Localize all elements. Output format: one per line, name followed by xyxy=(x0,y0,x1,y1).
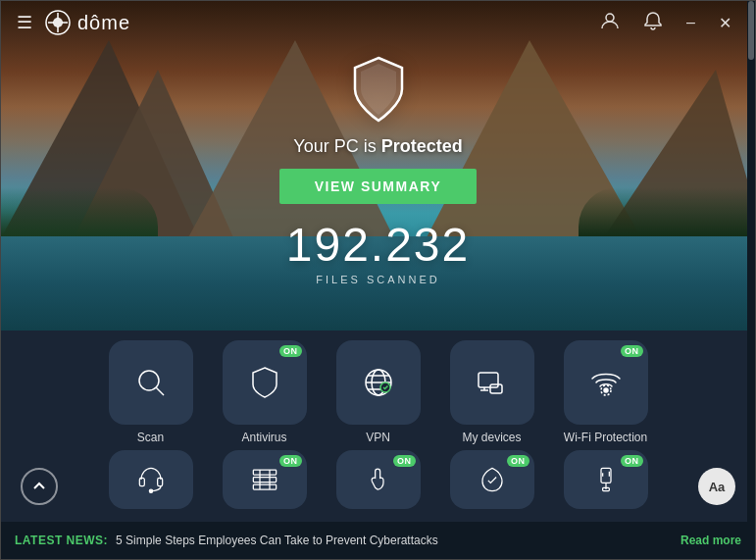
view-summary-button[interactable]: VIEW SUMMARY xyxy=(279,169,477,204)
privacy-button[interactable]: ON xyxy=(450,450,534,509)
usb-on-badge: ON xyxy=(621,455,643,467)
usb-item: ON xyxy=(553,450,659,509)
icons-row-1: Scan ON Antivirus xyxy=(13,331,743,444)
icons-area: Scan ON Antivirus xyxy=(1,331,755,522)
shield-icon xyxy=(349,56,408,123)
scan-label: Scan xyxy=(137,431,164,444)
scan-item: Scan xyxy=(98,340,204,444)
user-button[interactable] xyxy=(592,7,628,38)
antivirus-icon xyxy=(247,365,282,400)
latest-news-label: LATEST NEWS: xyxy=(15,534,108,547)
files-label: FILES SCANNED xyxy=(316,274,439,285)
read-more-link[interactable]: Read more xyxy=(680,534,741,547)
firewall-item: ON xyxy=(212,450,318,509)
files-count: 192.232 xyxy=(286,218,471,272)
font-size-button[interactable]: Aa xyxy=(698,468,735,505)
svg-rect-22 xyxy=(253,484,276,489)
usb-button[interactable]: ON xyxy=(564,450,648,509)
svg-rect-20 xyxy=(253,470,276,475)
svg-rect-17 xyxy=(139,478,144,485)
svg-rect-21 xyxy=(253,478,276,483)
app-logo: dôme xyxy=(44,9,130,36)
menu-icon[interactable]: ☰ xyxy=(17,12,32,33)
titlebar-left: ☰ dôme xyxy=(17,9,130,36)
app-title: dôme xyxy=(77,12,130,34)
scrollbar-thumb[interactable] xyxy=(748,1,754,60)
vpn-button[interactable] xyxy=(336,340,421,425)
vpn-label: VPN xyxy=(366,431,390,444)
wifi-protection-item: ON Wi-Fi Protection xyxy=(553,340,659,444)
privacy-on-badge: ON xyxy=(507,455,529,467)
wifi-on-badge: ON xyxy=(621,345,643,357)
svg-point-1 xyxy=(53,18,63,27)
scrollbar[interactable] xyxy=(747,1,755,559)
my-devices-item: My devices xyxy=(439,340,545,444)
gesture-icon xyxy=(364,465,393,494)
my-devices-button[interactable] xyxy=(450,340,534,425)
support-icon xyxy=(136,465,166,494)
svg-rect-18 xyxy=(157,478,162,485)
scroll-up-button[interactable] xyxy=(21,468,58,505)
vpn-item: VPN xyxy=(326,340,431,444)
news-text: 5 Simple Steps Employees Can Take to Pre… xyxy=(116,534,680,547)
close-button[interactable]: ✕ xyxy=(711,10,739,36)
svg-line-4 xyxy=(156,387,164,395)
privacy-item: ON xyxy=(439,450,545,509)
bell-button[interactable] xyxy=(635,7,671,38)
wifi-protection-button[interactable]: ON xyxy=(564,340,648,425)
wifi-protection-label: Wi-Fi Protection xyxy=(564,431,647,444)
gesture-button[interactable]: ON xyxy=(336,450,421,509)
scan-button[interactable] xyxy=(109,340,193,425)
svg-point-19 xyxy=(149,489,152,492)
bottom-bar: LATEST NEWS: 5 Simple Steps Employees Ca… xyxy=(1,522,755,559)
app-window: ☰ dôme xyxy=(0,0,756,560)
usb-icon xyxy=(591,465,621,494)
titlebar-right: – ✕ xyxy=(592,7,739,38)
icons-row-2: ON ON xyxy=(13,450,743,509)
support-button[interactable] xyxy=(109,450,193,509)
gesture-on-badge: ON xyxy=(393,455,416,467)
gesture-item: ON xyxy=(326,450,431,509)
shield-icon-wrap xyxy=(349,56,408,127)
wifi-protection-icon xyxy=(588,365,624,400)
antivirus-item: ON Antivirus xyxy=(212,340,318,444)
svg-rect-12 xyxy=(490,384,502,393)
antivirus-label: Antivirus xyxy=(241,431,286,444)
my-devices-label: My devices xyxy=(462,431,521,444)
svg-point-2 xyxy=(606,14,614,22)
svg-point-15 xyxy=(604,388,608,392)
my-devices-icon xyxy=(475,365,510,400)
firewall-icon xyxy=(250,465,279,494)
antivirus-button[interactable]: ON xyxy=(223,340,307,425)
privacy-icon xyxy=(478,465,507,494)
logo-icon xyxy=(44,9,72,36)
titlebar: ☰ dôme xyxy=(1,1,755,44)
antivirus-on-badge: ON xyxy=(279,345,302,357)
firewall-on-badge: ON xyxy=(279,455,302,467)
scan-icon xyxy=(133,365,169,400)
support-item xyxy=(98,450,204,509)
firewall-button[interactable]: ON xyxy=(223,450,307,509)
hero-content: Your PC is Protected VIEW SUMMARY 192.23… xyxy=(1,48,755,285)
protection-status-text: Your PC is Protected xyxy=(293,136,462,157)
minimize-button[interactable]: – xyxy=(679,10,703,35)
vpn-icon xyxy=(361,365,396,400)
